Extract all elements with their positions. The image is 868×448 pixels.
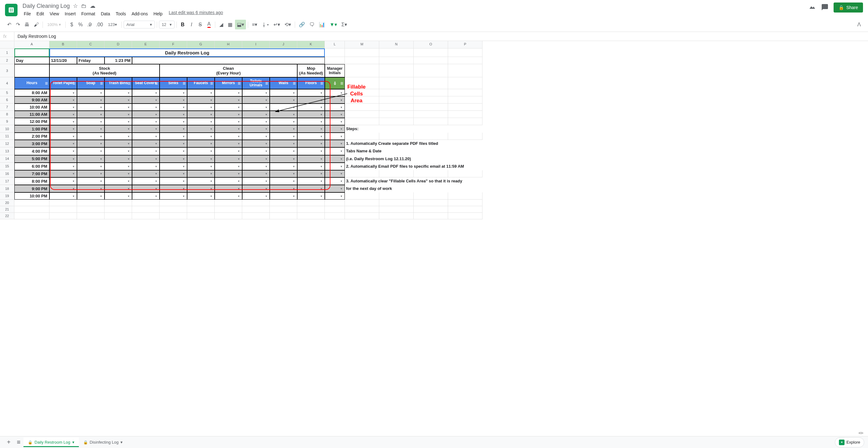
dropdown-cell[interactable]: ▼ — [270, 140, 297, 147]
dropdown-cell[interactable]: ▼ — [242, 140, 270, 147]
hour-cell[interactable]: 9:00 AM — [14, 96, 50, 103]
row-header-4[interactable]: 4 — [0, 77, 14, 89]
strike-button[interactable]: S — [196, 20, 204, 29]
dropdown-cell[interactable]: ▼ — [325, 140, 345, 147]
dropdown-cell[interactable]: ▼ — [325, 170, 345, 178]
dropdown-cell[interactable]: ▼ — [325, 155, 345, 163]
cloud-icon[interactable]: ☁ — [90, 2, 95, 9]
undo-button[interactable]: ↶ — [5, 20, 13, 29]
menu-format[interactable]: Format — [79, 10, 98, 18]
menu-data[interactable]: Data — [98, 10, 113, 18]
cell[interactable] — [379, 64, 414, 77]
italic-button[interactable]: I — [187, 20, 195, 29]
dropdown-cell[interactable]: ▼ — [215, 133, 242, 140]
dropdown-cell[interactable]: ▼ — [50, 89, 77, 96]
dropdown-cell[interactable]: ▼ — [77, 118, 104, 125]
hour-cell[interactable]: 11:00 AM — [14, 111, 50, 118]
hours-header[interactable]: Hours☰ — [14, 77, 50, 89]
hour-cell[interactable]: 7:00 PM — [14, 170, 50, 178]
cell[interactable] — [325, 206, 345, 213]
cell[interactable] — [448, 57, 483, 64]
dropdown-cell[interactable]: ▼ — [187, 89, 215, 96]
row-header-9[interactable]: 9 — [0, 118, 14, 125]
cell[interactable] — [379, 96, 414, 103]
hour-cell[interactable]: 1:00 PM — [14, 125, 50, 133]
dropdown-cell[interactable]: ▼ — [132, 133, 160, 140]
title-cell[interactable]: Daily Restroom Log — [50, 49, 325, 57]
spreadsheet-grid-wrap[interactable]: ABCDEFGHIJKLMNOP1Daily Restroom Log2Day1… — [0, 41, 868, 426]
row-header-18[interactable]: 18 — [0, 185, 14, 192]
cell[interactable] — [242, 206, 270, 213]
fill-color-button[interactable]: ◢ — [217, 20, 225, 29]
date-cell[interactable]: 12/11/20 — [50, 57, 77, 64]
dropdown-cell[interactable]: ▼ — [242, 147, 270, 155]
halign-button[interactable]: ≡▾ — [250, 20, 259, 29]
column-header-B[interactable]: B — [50, 41, 77, 49]
increase-decimal-button[interactable]: .00 — [94, 20, 105, 29]
cell[interactable] — [104, 206, 132, 213]
dropdown-cell[interactable]: ▼ — [104, 96, 132, 103]
hour-cell[interactable]: 2:00 PM — [14, 133, 50, 140]
dropdown-cell[interactable]: ▼ — [132, 103, 160, 111]
dropdown-cell[interactable]: ▼ — [215, 96, 242, 103]
comments-icon[interactable] — [821, 3, 829, 12]
dropdown-cell[interactable]: ▼ — [215, 111, 242, 118]
comment-button[interactable]: 🗨 — [308, 20, 316, 29]
column-header-P[interactable]: P — [448, 41, 483, 49]
cell[interactable] — [414, 111, 448, 118]
dropdown-cell[interactable]: ▼ — [132, 147, 160, 155]
cell[interactable] — [345, 192, 379, 200]
row-header-6[interactable]: 6 — [0, 96, 14, 103]
cell[interactable] — [242, 200, 270, 206]
trash-header[interactable]: Trash Bins☰ — [104, 77, 132, 89]
column-header-A[interactable]: A — [14, 41, 50, 49]
menu-help[interactable]: Help — [151, 10, 165, 18]
cell[interactable] — [379, 49, 414, 57]
dropdown-cell[interactable]: ▼ — [187, 140, 215, 147]
sinks-header[interactable]: Sinks☰ — [160, 77, 187, 89]
dropdown-cell[interactable]: ▼ — [215, 170, 242, 178]
cell[interactable] — [297, 200, 325, 206]
row-header-3[interactable]: 3 — [0, 64, 14, 77]
row-header-15[interactable]: 15 — [0, 163, 14, 170]
hour-cell[interactable]: 9:00 PM — [14, 185, 50, 192]
sheets-logo[interactable] — [5, 4, 18, 16]
dropdown-cell[interactable]: ▼ — [242, 125, 270, 133]
row-header-1[interactable]: 1 — [0, 49, 14, 57]
dropdown-cell[interactable]: ▼ — [104, 170, 132, 178]
row-header-2[interactable]: 2 — [0, 57, 14, 64]
dropdown-cell[interactable]: ▼ — [160, 125, 187, 133]
dropdown-cell[interactable]: ▼ — [160, 111, 187, 118]
dropdown-cell[interactable]: ▼ — [297, 125, 325, 133]
cell[interactable] — [77, 213, 104, 219]
rotate-button[interactable]: ⟲▾ — [283, 20, 293, 29]
dropdown-cell[interactable]: ▼ — [215, 155, 242, 163]
star-icon[interactable]: ☆ — [73, 2, 78, 9]
dropdown-cell[interactable]: ▼ — [297, 185, 325, 192]
dropdown-cell[interactable]: ▼ — [187, 103, 215, 111]
hour-cell[interactable]: 6:00 PM — [14, 163, 50, 170]
row-header-19[interactable]: 19 — [0, 192, 14, 200]
dropdown-cell[interactable]: ▼ — [242, 170, 270, 178]
dropdown-cell[interactable]: ▼ — [160, 96, 187, 103]
cell[interactable] — [414, 133, 448, 140]
hour-cell[interactable]: 8:00 PM — [14, 178, 50, 185]
doc-title[interactable]: Daily Cleaning Log — [23, 3, 70, 9]
toilet-paper-header[interactable]: Toilet Paper☰ — [50, 77, 77, 89]
cell[interactable] — [379, 89, 414, 96]
cell[interactable] — [414, 118, 448, 125]
dropdown-cell[interactable]: ▼ — [77, 185, 104, 192]
cell[interactable] — [104, 213, 132, 219]
zoom-dropdown[interactable]: 100% ▾ — [45, 21, 64, 28]
link-button[interactable]: 🔗 — [297, 20, 307, 29]
dropdown-cell[interactable]: ▼ — [160, 147, 187, 155]
dropdown-cell[interactable]: ▼ — [104, 133, 132, 140]
activity-icon[interactable] — [809, 3, 816, 12]
cell[interactable] — [379, 200, 414, 206]
row-header-16[interactable]: 16 — [0, 170, 14, 178]
dropdown-cell[interactable]: ▼ — [242, 155, 270, 163]
cell[interactable] — [187, 213, 215, 219]
dropdown-cell[interactable]: ▼ — [50, 140, 77, 147]
cell[interactable] — [448, 213, 483, 219]
cell[interactable] — [270, 200, 297, 206]
